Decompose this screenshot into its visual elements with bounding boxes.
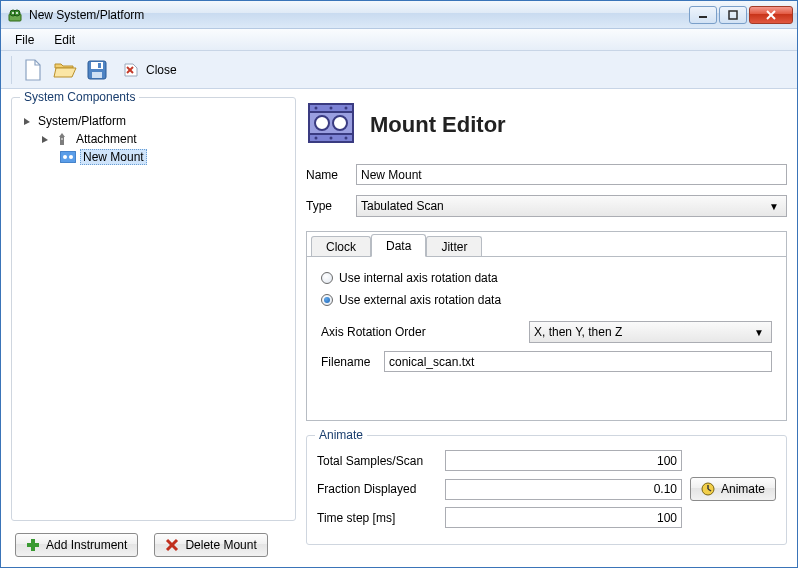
- svg-point-32: [315, 137, 318, 140]
- svg-point-27: [315, 116, 329, 130]
- axis-order-row: Axis Rotation Order X, then Y, then Z ▼: [321, 321, 772, 343]
- open-folder-icon[interactable]: [52, 57, 78, 83]
- toolbar-separator: [11, 56, 12, 84]
- chevron-down-icon: ▼: [751, 327, 767, 338]
- left-panel: System Components System/Platform: [11, 97, 296, 557]
- editor-header: Mount Editor: [306, 97, 787, 158]
- app-window: New System/Platform File Edit: [0, 0, 798, 568]
- system-components-title: System Components: [20, 90, 139, 104]
- svg-point-28: [333, 116, 347, 130]
- tree-root[interactable]: System/Platform: [20, 112, 287, 130]
- tab-data[interactable]: Data: [371, 234, 426, 257]
- chevron-down-icon: ▼: [766, 201, 782, 212]
- axis-order-select[interactable]: X, then Y, then Z ▼: [529, 321, 772, 343]
- fraction-label: Fraction Displayed: [317, 482, 437, 496]
- svg-point-3: [12, 12, 14, 14]
- menu-edit[interactable]: Edit: [46, 31, 83, 49]
- svg-point-34: [345, 137, 348, 140]
- fraction-input[interactable]: [445, 479, 682, 500]
- minimize-button[interactable]: [689, 6, 717, 24]
- tree-mount-label: New Mount: [80, 149, 147, 165]
- radio-internal[interactable]: Use internal axis rotation data: [321, 267, 772, 289]
- app-icon: [7, 7, 23, 23]
- svg-point-29: [315, 107, 318, 110]
- svg-point-30: [330, 107, 333, 110]
- radio-external[interactable]: Use external axis rotation data: [321, 289, 772, 311]
- type-row: Type Tabulated Scan ▼: [306, 195, 787, 217]
- system-components-group: System Components System/Platform: [11, 97, 296, 521]
- svg-rect-6: [729, 11, 737, 19]
- save-icon[interactable]: [84, 57, 110, 83]
- type-select-value: Tabulated Scan: [361, 199, 444, 213]
- system-tree[interactable]: System/Platform At: [20, 106, 287, 166]
- body: System Components System/Platform: [1, 89, 797, 567]
- animate-group: Animate Total Samples/Scan Fraction Disp…: [306, 435, 787, 545]
- delete-mount-label: Delete Mount: [185, 538, 256, 552]
- radio-internal-label: Use internal axis rotation data: [339, 271, 498, 285]
- svg-point-19: [69, 155, 73, 159]
- svg-point-4: [16, 12, 18, 14]
- toolbar: Close: [1, 51, 797, 89]
- svg-rect-12: [98, 63, 101, 68]
- tab-body-data: Use internal axis rotation data Use exte…: [307, 256, 786, 420]
- name-row: Name: [306, 164, 787, 185]
- radio-external-label: Use external axis rotation data: [339, 293, 501, 307]
- animate-button-label: Animate: [721, 482, 765, 496]
- radio-icon: [321, 272, 333, 284]
- close-icon: [122, 61, 140, 79]
- delete-mount-button[interactable]: Delete Mount: [154, 533, 267, 557]
- svg-point-33: [330, 137, 333, 140]
- editor-title: Mount Editor: [370, 112, 506, 138]
- timestep-row: Time step [ms]: [317, 507, 776, 528]
- tab-jitter[interactable]: Jitter: [426, 236, 482, 257]
- svg-rect-11: [92, 72, 102, 78]
- axis-order-value: X, then Y, then Z: [534, 325, 622, 339]
- plus-icon: [26, 538, 40, 552]
- timestep-input[interactable]: [445, 507, 682, 528]
- left-button-row: Add Instrument Delete Mount: [11, 521, 296, 557]
- new-file-icon[interactable]: [20, 57, 46, 83]
- close-button-label: Close: [146, 63, 177, 77]
- editor-icon: [306, 101, 356, 148]
- svg-rect-21: [27, 543, 39, 547]
- animate-title: Animate: [315, 428, 367, 442]
- tree-attachment[interactable]: Attachment: [20, 130, 287, 148]
- name-input[interactable]: [356, 164, 787, 185]
- tree-root-label: System/Platform: [36, 114, 128, 128]
- delete-icon: [165, 538, 179, 552]
- menubar: File Edit: [1, 29, 797, 51]
- menu-file[interactable]: File: [7, 31, 42, 49]
- axis-order-label: Axis Rotation Order: [321, 325, 521, 339]
- svg-point-18: [63, 155, 67, 159]
- timestep-label: Time step [ms]: [317, 511, 437, 525]
- close-window-button[interactable]: [749, 6, 793, 24]
- close-button[interactable]: Close: [116, 57, 183, 83]
- filename-label: Filename: [321, 355, 376, 369]
- svg-rect-17: [60, 151, 76, 163]
- animate-button[interactable]: Animate: [690, 477, 776, 501]
- type-label: Type: [306, 199, 348, 213]
- tab-clock[interactable]: Clock: [311, 236, 371, 257]
- tree-caret-icon[interactable]: [22, 116, 32, 126]
- tab-strip: Clock Data Jitter: [307, 232, 786, 256]
- clock-icon: [701, 482, 715, 496]
- total-samples-input[interactable]: [445, 450, 682, 471]
- tree-caret-icon[interactable]: [40, 134, 50, 144]
- tree-attachment-label: Attachment: [74, 132, 139, 146]
- svg-rect-16: [61, 138, 63, 140]
- radio-icon: [321, 294, 333, 306]
- type-select[interactable]: Tabulated Scan ▼: [356, 195, 787, 217]
- add-instrument-label: Add Instrument: [46, 538, 127, 552]
- total-samples-label: Total Samples/Scan: [317, 454, 437, 468]
- maximize-button[interactable]: [719, 6, 747, 24]
- right-panel: Mount Editor Name Type Tabulated Scan ▼ …: [306, 97, 787, 557]
- svg-rect-10: [91, 62, 103, 69]
- add-instrument-button[interactable]: Add Instrument: [15, 533, 138, 557]
- mount-icon: [60, 149, 76, 165]
- tree-mount[interactable]: New Mount: [20, 148, 287, 166]
- total-samples-row: Total Samples/Scan: [317, 450, 776, 471]
- fraction-row: Fraction Displayed Animate: [317, 477, 776, 501]
- window-controls: [689, 6, 793, 24]
- filename-input[interactable]: [384, 351, 772, 372]
- window-title: New System/Platform: [29, 8, 689, 22]
